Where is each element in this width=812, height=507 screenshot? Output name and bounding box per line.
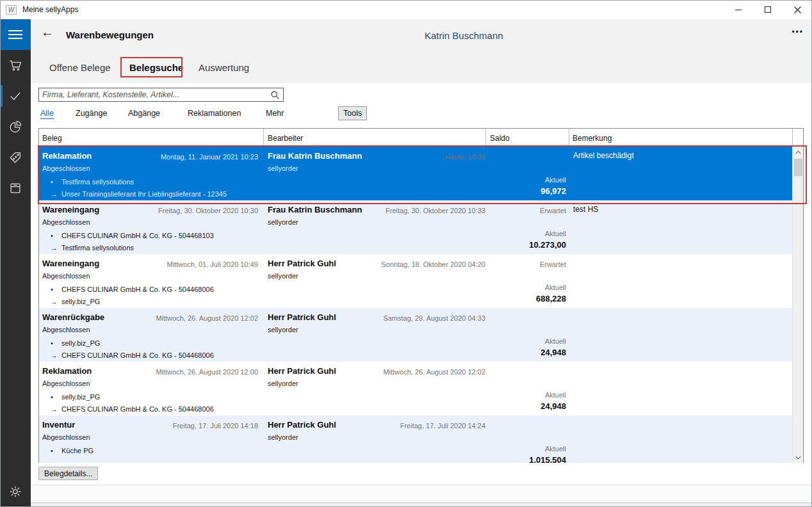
filter-alle[interactable]: Alle [40, 109, 54, 119]
back-button[interactable]: ← [41, 26, 54, 38]
saldo-current-value: 24,948 [540, 348, 566, 357]
saldo-current-label: Aktuell [545, 230, 566, 237]
tab-offene-belege[interactable]: Offene Belege [49, 62, 111, 73]
results-table: Beleg Bearbeiter Saldo Bemerkung Reklama… [38, 128, 804, 463]
editor-app: sellyorder [268, 218, 298, 226]
chevron-up-icon [795, 150, 801, 154]
editor-name: Herr Patrick Guhl [268, 259, 336, 268]
saldo-current-value: 24,948 [540, 401, 566, 411]
vertical-scrollbar[interactable] [792, 147, 803, 463]
tools-button[interactable]: Tools [338, 106, 367, 120]
table-body: Reklamation Montag, 11. Januar 2021 10:2… [39, 147, 792, 463]
document-target: →CHEFS CULINAR GmbH & Co. KG - 504468006 [51, 351, 214, 359]
column-divider [792, 129, 793, 146]
column-header-bemerkung: Bemerkung [572, 134, 612, 143]
document-target: →selly.biz_PG [51, 298, 100, 305]
minimize-button[interactable] [724, 0, 753, 19]
search-input[interactable] [39, 88, 283, 101]
document-date: Freitag, 30. Oktober 2020 10:30 [158, 207, 258, 214]
filter-reklamationen[interactable]: Reklamationen [188, 109, 241, 118]
saldo-current-label: Aktuell [545, 284, 566, 291]
tab-belegsuche[interactable]: Belegsuche [129, 62, 183, 73]
column-divider [263, 129, 264, 146]
hamburger-icon [8, 28, 22, 42]
document-source: •Küche PG [51, 447, 93, 455]
saldo-current-value: 688,228 [536, 294, 566, 303]
editor-name: Herr Patrick Guhl [268, 366, 336, 376]
document-source: •selly.biz_PG [51, 339, 100, 347]
maximize-icon [765, 6, 771, 13]
document-date: Mittwoch, 26. August 2020 12:02 [156, 314, 258, 322]
editor-date: Samstag, 29. August 2020 04:33 [383, 314, 485, 322]
table-row[interactable]: Reklamation Mittwoch, 26. August 2020 12… [39, 362, 792, 415]
filter-abgaenge[interactable]: Abgänge [128, 109, 160, 118]
filter-zugaenge[interactable]: Zugänge [76, 109, 107, 118]
editor-date: Sonntag, 18. Oktober 2020 04:20 [381, 261, 485, 268]
document-date: Montag, 11. Januar 2021 10:23 [161, 153, 258, 161]
document-type: Reklamation [42, 366, 92, 376]
close-button[interactable] [783, 0, 812, 19]
table-row[interactable]: Inventur Freitag, 17. Juli 2020 14:18 Ab… [39, 415, 792, 463]
saldo-current-value: 1.015.504 [529, 455, 566, 463]
gear-icon [8, 485, 22, 499]
search-icon[interactable] [270, 90, 280, 100]
document-type: Warenrückgabe [42, 312, 104, 322]
table-row[interactable]: Warenrückgabe Mittwoch, 26. August 2020 … [39, 308, 792, 362]
editor-name: Herr Patrick Guhl [268, 420, 336, 430]
editor-app: sellyorder [268, 433, 298, 441]
sidebar-item-cart[interactable] [0, 50, 31, 81]
remark: Artikel beschädigt [573, 151, 634, 160]
hamburger-menu-button[interactable] [0, 19, 31, 50]
sidebar-item-tasks[interactable] [0, 81, 31, 111]
maximize-button[interactable] [753, 0, 783, 19]
editor-date: Mittwoch, 26. August 2020 12:02 [383, 368, 485, 376]
more-options-button[interactable]: ••• [792, 28, 804, 36]
document-source: •CHEFS CULINAR GmbH & Co. KG - 504468103 [51, 232, 214, 239]
column-header-saldo: Saldo [490, 134, 510, 143]
bottom-strip [31, 485, 812, 507]
column-header-beleg: Beleg [42, 134, 62, 143]
status-bar-clipped [31, 503, 812, 507]
scrollbar-thumb[interactable] [794, 159, 802, 176]
logged-in-user: Katrin Buschmann [425, 30, 503, 41]
window-title: Meine sellyApps [22, 5, 78, 14]
table-row[interactable]: Wareneingang Mittwoch, 01. Juli 2020 10:… [39, 254, 792, 308]
tag-icon [8, 150, 22, 165]
editor-app: sellyorder [268, 272, 298, 280]
saldo-current-label: Aktuell [545, 176, 566, 184]
scroll-down-button[interactable] [793, 452, 804, 463]
editor-app: sellyorder [268, 326, 298, 334]
tab-auswertung[interactable]: Auswertung [199, 62, 249, 73]
saldo-current-label: Aktuell [545, 337, 566, 345]
belegdetails-button[interactable]: Belegdetails... [38, 467, 98, 480]
document-status: Abgeschlossen [42, 272, 90, 280]
filter-mehr[interactable]: Mehr [266, 109, 284, 118]
document-date: Mittwoch, 01. Juli 2020 10:49 [167, 261, 258, 268]
editor-date: Freitag, 17. Juli 2020 14:24 [400, 422, 485, 430]
column-divider [485, 129, 486, 146]
document-target [51, 459, 61, 463]
table-row[interactable]: Wareneingang Freitag, 30. Oktober 2020 1… [39, 200, 792, 254]
sidebar-item-statistics[interactable] [0, 111, 31, 142]
document-status: Abgeschlossen [42, 380, 90, 387]
sidebar-item-settings[interactable] [0, 476, 31, 507]
document-source: •Testfirma sellysolutions [51, 178, 134, 186]
chevron-down-icon [795, 456, 801, 460]
journal-icon [8, 181, 22, 195]
editor-name: Frau Katrin Buschmann [268, 151, 362, 161]
saldo-current-value: 10.273,00 [529, 240, 566, 250]
page-title: Warenbewegungen [66, 29, 154, 40]
close-icon [794, 6, 801, 13]
saldo-current-label: Aktuell [545, 391, 566, 399]
saldo-current-value: 96,972 [540, 186, 566, 196]
editor-date: Heute, 10:39 [445, 153, 485, 161]
app-logo-icon: W [6, 5, 17, 15]
search-box [38, 88, 284, 102]
page-header: ← Warenbewegungen Katrin Buschmann ••• O… [31, 19, 812, 83]
sidebar-item-articles[interactable] [0, 142, 31, 173]
scroll-up-button[interactable] [793, 147, 804, 157]
document-target: →Unser Trainingslieferant Ihr Lieblingsl… [51, 190, 227, 198]
table-row[interactable]: Reklamation Montag, 11. Januar 2021 10:2… [39, 147, 792, 200]
sidebar-item-journal[interactable] [0, 173, 31, 204]
document-source: •selly.biz_PG [51, 393, 100, 401]
